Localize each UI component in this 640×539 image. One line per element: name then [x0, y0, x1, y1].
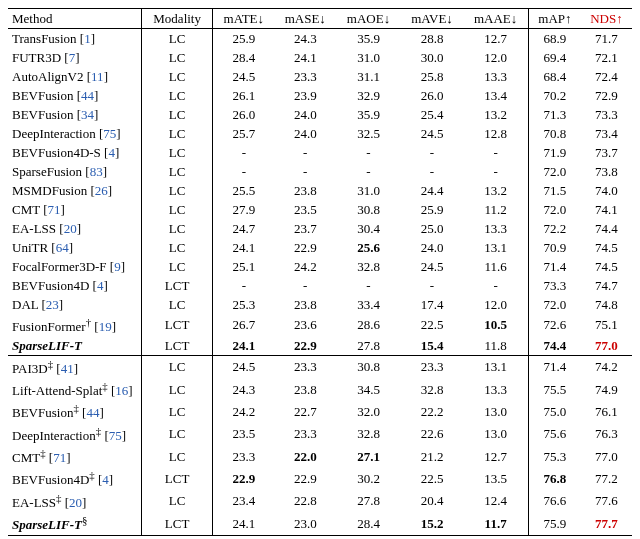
modality-cell: LC — [142, 29, 213, 49]
maae-cell: 13.3 — [463, 219, 528, 238]
mase-cell: 23.5 — [274, 200, 336, 219]
mave-cell: 25.9 — [401, 200, 463, 219]
maoe-cell: 30.8 — [336, 200, 401, 219]
method-cell: FusionFormer† [19] — [8, 314, 142, 336]
method-cell: BEVFusion4D-S [4] — [8, 143, 142, 162]
maoe-cell: 34.5 — [336, 379, 401, 401]
map-cell: 70.9 — [528, 238, 581, 257]
maae-cell: 13.2 — [463, 105, 528, 124]
citation-link[interactable]: 75 — [109, 428, 122, 443]
maoe-cell: - — [336, 143, 401, 162]
citation-link[interactable]: 26 — [95, 183, 108, 198]
mate-cell: 27.9 — [213, 200, 275, 219]
citation-link[interactable]: 20 — [69, 495, 82, 510]
modality-cell: LCT — [142, 314, 213, 336]
citation-link[interactable]: 4 — [102, 473, 109, 488]
results-table: Method Modality mATE↓ mASE↓ mAOE↓ mAVE↓ … — [8, 8, 632, 536]
modality-cell: LC — [142, 200, 213, 219]
citation-link[interactable]: 20 — [64, 221, 77, 236]
modality-cell: LC — [142, 105, 213, 124]
nds-cell: 74.1 — [581, 200, 632, 219]
maoe-cell: - — [336, 162, 401, 181]
modality-cell: LC — [142, 124, 213, 143]
citation-link[interactable]: 9 — [114, 259, 121, 274]
method-cell: PAI3D‡ [41] — [8, 356, 142, 379]
maoe-cell: 30.8 — [336, 356, 401, 379]
map-cell: 75.6 — [528, 423, 581, 445]
nds-cell: 74.8 — [581, 295, 632, 314]
mase-cell: 24.1 — [274, 48, 336, 67]
citation-link[interactable]: 75 — [103, 126, 116, 141]
method-cell: MSMDFusion [26] — [8, 181, 142, 200]
map-cell: 72.2 — [528, 219, 581, 238]
mave-cell: 24.5 — [401, 124, 463, 143]
citation-link[interactable]: 23 — [46, 297, 59, 312]
citation-link[interactable]: 34 — [81, 107, 94, 122]
table-row: DAL [23]LC25.323.833.417.412.072.074.8 — [8, 295, 632, 314]
citation-link[interactable]: 1 — [84, 31, 91, 46]
mave-cell: 22.6 — [401, 423, 463, 445]
modality-cell: LC — [142, 446, 213, 468]
nds-cell: 75.1 — [581, 314, 632, 336]
modality-cell: LC — [142, 257, 213, 276]
citation-link[interactable]: 41 — [61, 361, 74, 376]
method-cell: SparseLIF-T§ — [8, 513, 142, 536]
maae-cell: 11.2 — [463, 200, 528, 219]
mate-cell: 24.5 — [213, 356, 275, 379]
modality-cell: LC — [142, 295, 213, 314]
mase-cell: 23.6 — [274, 314, 336, 336]
method-cell: EA-LSS [20] — [8, 219, 142, 238]
table-row: FUTR3D [7]LC28.424.131.030.012.069.472.1 — [8, 48, 632, 67]
citation-link[interactable]: 7 — [69, 50, 76, 65]
citation-link[interactable]: 4 — [108, 145, 115, 160]
mase-cell: 22.9 — [274, 238, 336, 257]
mase-cell: 23.3 — [274, 67, 336, 86]
maae-cell: 12.4 — [463, 490, 528, 512]
citation-link[interactable]: 71 — [48, 202, 61, 217]
maoe-cell: 28.4 — [336, 513, 401, 536]
nds-cell: 73.4 — [581, 124, 632, 143]
mave-cell: 24.4 — [401, 181, 463, 200]
table-row: SparseFusion [83]LC-----72.073.8 — [8, 162, 632, 181]
maae-cell: 13.1 — [463, 356, 528, 379]
citation-link[interactable]: 71 — [53, 450, 66, 465]
citation-link[interactable]: 11 — [91, 69, 104, 84]
mase-cell: 23.8 — [274, 379, 336, 401]
maae-cell: - — [463, 162, 528, 181]
citation-link[interactable]: 44 — [81, 88, 94, 103]
mave-cell: 24.0 — [401, 238, 463, 257]
citation-link[interactable]: 44 — [86, 406, 99, 421]
mave-cell: 21.2 — [401, 446, 463, 468]
mase-cell: 23.0 — [274, 513, 336, 536]
mase-cell: - — [274, 162, 336, 181]
mase-cell: 24.2 — [274, 257, 336, 276]
modality-cell: LCT — [142, 468, 213, 490]
col-mase: mASE↓ — [274, 9, 336, 29]
maae-cell: 13.4 — [463, 86, 528, 105]
citation-link[interactable]: 4 — [97, 278, 104, 293]
maoe-cell: 31.0 — [336, 181, 401, 200]
nds-cell: 77.2 — [581, 468, 632, 490]
mave-cell: 22.2 — [401, 401, 463, 423]
citation-link[interactable]: 64 — [56, 240, 69, 255]
table-row: BEVFusion [34]LC26.024.035.925.413.271.3… — [8, 105, 632, 124]
maae-cell: 12.8 — [463, 124, 528, 143]
maoe-cell: 32.5 — [336, 124, 401, 143]
table-row: BEVFusion [44]LC26.123.932.926.013.470.2… — [8, 86, 632, 105]
mase-cell: 22.0 — [274, 446, 336, 468]
method-cell: DeepInteraction‡ [75] — [8, 423, 142, 445]
citation-link[interactable]: 19 — [99, 319, 112, 334]
citation-link[interactable]: 16 — [115, 383, 128, 398]
maae-cell: 12.7 — [463, 29, 528, 49]
modality-cell: LC — [142, 401, 213, 423]
citation-link[interactable]: 83 — [90, 164, 103, 179]
mate-cell: 24.2 — [213, 401, 275, 423]
mate-cell: 24.1 — [213, 513, 275, 536]
nds-cell: 72.9 — [581, 86, 632, 105]
nds-cell: 71.7 — [581, 29, 632, 49]
modality-cell: LCT — [142, 276, 213, 295]
mate-cell: 25.5 — [213, 181, 275, 200]
modality-cell: LC — [142, 143, 213, 162]
mase-cell: 23.3 — [274, 423, 336, 445]
maoe-cell: - — [336, 276, 401, 295]
